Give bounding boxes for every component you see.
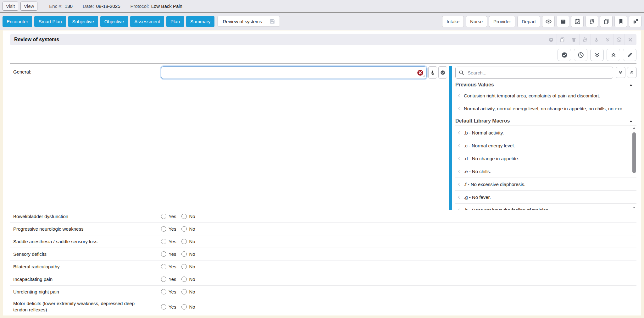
role-button[interactable]: Provider — [489, 16, 515, 27]
macros-header[interactable]: Default Library Macros — [455, 117, 636, 125]
nav-tab[interactable]: Encounter — [3, 16, 32, 27]
panel-collapse-button[interactable] — [616, 67, 625, 78]
visit-button[interactable]: Visit — [3, 2, 18, 11]
toolbar-button[interactable] — [590, 49, 604, 61]
collapse-triangle-icon[interactable] — [629, 119, 633, 123]
no-option[interactable]: No — [181, 214, 195, 219]
section-header: Review of systems ? — [10, 34, 636, 45]
macro-item[interactable]: .e - No chills. — [455, 165, 636, 178]
view-button[interactable]: View — [20, 2, 37, 11]
confirm-field-button[interactable] — [438, 66, 447, 79]
app-icon-button[interactable] — [557, 16, 569, 27]
previous-value-item[interactable]: Normal activity, normal energy level, no… — [455, 102, 636, 115]
item-text: .c - Normal energy level. — [464, 143, 515, 148]
no-radio[interactable] — [181, 214, 187, 219]
yes-option[interactable]: Yes — [161, 214, 176, 219]
yes-radio[interactable] — [161, 304, 166, 310]
resize-grip[interactable] — [422, 74, 426, 78]
header-icon-button[interactable] — [602, 34, 613, 45]
macro-item[interactable]: .c - Normal energy level. — [455, 139, 636, 152]
previous-values-header[interactable]: Previous Values — [455, 81, 636, 89]
question-label: Bowel/bladder dysfunction — [13, 211, 153, 222]
search-input[interactable] — [467, 70, 610, 76]
no-radio[interactable] — [181, 277, 187, 282]
yes-radio[interactable] — [161, 277, 166, 282]
yes-option[interactable]: Yes — [161, 277, 176, 282]
app-icon-button[interactable] — [571, 16, 584, 27]
collapse-triangle-icon[interactable] — [629, 83, 633, 87]
no-option[interactable]: No — [181, 304, 195, 310]
save-icon[interactable] — [269, 19, 275, 24]
scroll-up-icon[interactable] — [632, 126, 636, 130]
yes-option[interactable]: Yes — [161, 264, 176, 269]
toolbar-button[interactable] — [558, 49, 571, 61]
no-radio[interactable] — [181, 226, 187, 232]
item-text: .e - No chills. — [464, 169, 491, 174]
scrollbar[interactable] — [632, 126, 636, 209]
macro-item[interactable]: .h - Does not have the feeling of malais… — [455, 203, 636, 210]
nav-tab[interactable]: Assessment — [130, 16, 164, 27]
toolbar-icon — [594, 52, 600, 58]
no-radio[interactable] — [181, 251, 187, 257]
no-radio[interactable] — [181, 239, 187, 244]
header-icon-button[interactable] — [557, 34, 568, 45]
header-icon-button[interactable] — [613, 34, 625, 45]
yes-radio[interactable] — [161, 239, 166, 244]
nav-tab[interactable]: Objective — [100, 16, 128, 27]
macro-item[interactable]: .b - Normal activity. — [455, 126, 636, 139]
macro-item[interactable]: .f - No excessive diaphoresis. — [455, 178, 636, 190]
app-icon-button[interactable] — [586, 16, 598, 27]
yes-radio[interactable] — [161, 214, 166, 219]
yes-option[interactable]: Yes — [161, 289, 176, 294]
previous-value-item[interactable]: Contusion right temporal area, complaint… — [455, 89, 636, 102]
yes-option[interactable]: Yes — [161, 239, 176, 244]
role-button[interactable]: Nurse — [466, 16, 487, 27]
header-icon-button[interactable] — [625, 34, 636, 45]
no-option[interactable]: No — [181, 277, 195, 282]
header-icon-button[interactable] — [579, 34, 591, 45]
no-radio[interactable] — [181, 289, 187, 294]
macro-item[interactable]: .g - No fever. — [455, 190, 636, 203]
yes-option[interactable]: Yes — [161, 304, 176, 310]
general-input[interactable] — [161, 66, 427, 79]
no-option[interactable]: No — [181, 239, 195, 244]
toolbar-button[interactable] — [574, 49, 587, 61]
no-radio[interactable] — [181, 264, 187, 269]
header-icon-button[interactable]: ? — [546, 34, 557, 45]
yes-radio[interactable] — [161, 289, 166, 294]
no-option[interactable]: No — [181, 289, 195, 294]
yes-radio[interactable] — [161, 264, 166, 269]
no-radio[interactable] — [181, 304, 187, 310]
no-option[interactable]: No — [181, 264, 195, 269]
toolbar-button[interactable] — [607, 49, 620, 61]
no-option[interactable]: No — [181, 226, 195, 232]
nav-tab[interactable]: Smart Plan — [34, 16, 66, 27]
app-icon-button[interactable] — [614, 16, 627, 27]
app-icon-button[interactable] — [600, 16, 613, 27]
role-button[interactable]: Intake — [442, 16, 464, 27]
previous-values-list: Contusion right temporal area, complaint… — [455, 89, 636, 115]
yes-option[interactable]: Yes — [161, 251, 176, 257]
tab-review-of-systems[interactable]: Review of systems — [217, 16, 280, 27]
header-icon-button[interactable] — [591, 34, 602, 45]
enc-value: 130 — [65, 3, 73, 9]
panel-collapse-button[interactable] — [627, 67, 637, 78]
nav-tab[interactable]: Plan — [166, 16, 184, 27]
nav-tab[interactable]: Subjective — [68, 16, 98, 27]
dictate-button[interactable] — [428, 66, 437, 79]
toolbar-button[interactable] — [623, 49, 636, 61]
app-icon-button[interactable] — [542, 16, 555, 27]
scrollbar-thumb[interactable] — [632, 132, 636, 173]
scroll-down-icon[interactable] — [632, 206, 636, 209]
yes-option[interactable]: Yes — [161, 226, 176, 232]
macro-item[interactable]: .d - No change in appetite. — [455, 152, 636, 165]
nav-tab[interactable]: Summary — [186, 16, 214, 27]
app-icon-button[interactable] — [629, 16, 641, 27]
yes-radio[interactable] — [161, 251, 166, 257]
header-icon-button[interactable] — [568, 34, 579, 45]
chevrons-icon — [618, 70, 623, 75]
role-button[interactable]: Depart — [517, 16, 540, 27]
enc-label: Enc #: — [49, 3, 63, 9]
no-option[interactable]: No — [181, 251, 195, 257]
yes-radio[interactable] — [161, 226, 166, 232]
